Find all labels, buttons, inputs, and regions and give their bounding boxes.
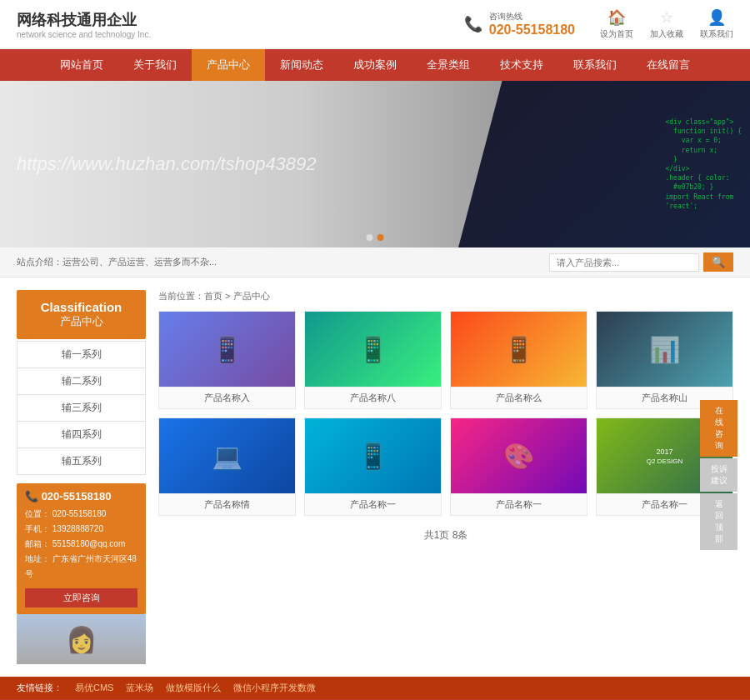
home-label: 设为首页: [600, 28, 633, 40]
star-icon: ☆: [660, 8, 673, 27]
home-icon: 🏠: [608, 8, 626, 27]
products-area: 当前位置：首页 > 产品中心 📱 产品名称入 📱 产品名称八 📱 产品名称么 📊…: [158, 290, 733, 664]
favorite-label: 加入收藏: [650, 28, 683, 40]
links-prefix: 友情链接：: [17, 682, 62, 694]
classification-title: Classification: [27, 300, 136, 314]
pagination: 共1页 8条: [158, 516, 733, 555]
list-item[interactable]: 📱 产品名称么: [450, 311, 588, 409]
contact-address: 地址： 广东省广州市天河区48号: [25, 552, 138, 582]
link-4[interactable]: 微信小程序开发数微: [233, 682, 316, 694]
hotline-number: 020-55158180: [489, 22, 575, 38]
sidebar-classification: Classification 产品中心: [17, 290, 146, 339]
list-item[interactable]: 📊 产品名称山: [596, 311, 733, 409]
contact-email: 邮箱： 55158180@qq.com: [25, 537, 138, 552]
search-bar: 🔍: [549, 252, 733, 272]
logo-main: 网络科技通用企业: [17, 10, 151, 30]
hotline-info: 咨询热线 020-55158180: [489, 11, 575, 38]
contact-action[interactable]: 👤 联系我们: [700, 8, 733, 40]
header: 网络科技通用企业 network science and technology …: [0, 0, 750, 49]
list-item[interactable]: 🎨 产品名称一: [450, 418, 588, 516]
banner-dot-1[interactable]: [367, 234, 373, 241]
contact-info: 位置： 020-55158180 手机： 13928888720 邮箱： 551…: [25, 507, 138, 582]
banner-dots: [367, 234, 384, 241]
banner: https://www.huzhan.com/tshop43892 <div c…: [0, 81, 750, 248]
product-thumb-1: 📱: [159, 312, 295, 387]
list-item[interactable]: 📱 产品名称一: [304, 418, 442, 516]
nav-item-home[interactable]: 网站首页: [45, 49, 118, 81]
product-thumb-2: 📱: [305, 312, 441, 387]
hotline: 📞 咨询热线 020-55158180: [464, 11, 575, 38]
sidebar-person-image: 👩: [17, 614, 146, 664]
nav-item-message[interactable]: 在线留言: [632, 49, 705, 81]
sidebar-menu: 辅一系列 辅二系列 辅三系列 辅四系列 辅五系列: [17, 341, 146, 475]
product-thumb-7: 🎨: [451, 418, 587, 493]
list-item[interactable]: 💻 产品名称情: [158, 418, 296, 516]
breadcrumb-text: 站点介绍：运营公司、产品运营、运营多而不杂...: [17, 256, 217, 268]
logo: 网络科技通用企业 network science and technology …: [17, 10, 151, 39]
products-breadcrumb-text: 当前位置：首页 > 产品中心: [158, 290, 270, 302]
contact-label: 联系我们: [700, 28, 733, 40]
person-icon: 👤: [708, 8, 726, 27]
banner-code: <div class="app"> function init() { var …: [657, 109, 750, 219]
link-2[interactable]: 蓝米场: [126, 682, 153, 694]
breadcrumb-bar: 站点介绍：运营公司、产品运营、运营多而不杂... 🔍: [0, 248, 750, 278]
product-thumb-4: 📊: [597, 312, 732, 387]
product-thumb-5: 💻: [159, 418, 295, 493]
main-nav: 网站首页 关于我们 产品中心 新闻动态 成功案例 全景类组 技术支持 联系我们 …: [0, 49, 750, 81]
link-1[interactable]: 易优CMS: [75, 682, 113, 694]
nav-item-news[interactable]: 新闻动态: [265, 49, 338, 81]
home-action[interactable]: 🏠 设为首页: [600, 8, 633, 40]
product-name-3: 产品名称么: [451, 387, 587, 408]
classification-subtitle: 产品中心: [27, 314, 136, 329]
float-btn-consult[interactable]: 在 线 咨 询: [700, 400, 738, 457]
nav-item-panorama[interactable]: 全景类组: [412, 49, 485, 81]
nav-item-cases[interactable]: 成功案例: [338, 49, 412, 81]
sidebar-item-1[interactable]: 辅一系列: [18, 342, 145, 368]
product-name-6: 产品名称一: [305, 493, 441, 515]
product-thumb-3: 📱: [451, 312, 587, 387]
favorite-action[interactable]: ☆ 加入收藏: [650, 8, 683, 40]
search-input[interactable]: [549, 253, 699, 272]
products-grid: 📱 产品名称入 📱 产品名称八 📱 产品名称么 📊 产品名称山 💻 产品名称情 …: [158, 311, 733, 516]
banner-url: https://www.huzhan.com/tshop43892: [17, 153, 317, 175]
links-bar: 友情链接： 易优CMS 蓝米场 做放模版什么 微信小程序开发数微: [0, 677, 750, 699]
banner-dot-2[interactable]: [378, 234, 384, 241]
product-name-5: 产品名称情: [159, 493, 295, 515]
header-actions: 🏠 设为首页 ☆ 加入收藏 👤 联系我们: [600, 8, 733, 40]
link-3[interactable]: 做放模版什么: [166, 682, 221, 694]
consult-button[interactable]: 立即咨询: [25, 588, 138, 608]
sidebar-contact: 📞 020-55158180 位置： 020-55158180 手机： 1392…: [17, 483, 146, 614]
float-btn-top[interactable]: 返 回 顶 部: [700, 493, 738, 550]
contact-phone: 📞 020-55158180: [25, 490, 138, 502]
product-name-2: 产品名称八: [305, 387, 441, 408]
nav-item-products[interactable]: 产品中心: [192, 49, 265, 81]
banner-laptop: <div class="app"> function init() { var …: [458, 81, 750, 248]
person-illustration: 👩: [66, 625, 97, 654]
nav-item-support[interactable]: 技术支持: [485, 49, 558, 81]
nav-list: 网站首页 关于我们 产品中心 新闻动态 成功案例 全景类组 技术支持 联系我们 …: [45, 49, 705, 81]
main-content: Classification 产品中心 辅一系列 辅二系列 辅三系列 辅四系列 …: [0, 278, 750, 677]
sidebar: Classification 产品中心 辅一系列 辅二系列 辅三系列 辅四系列 …: [17, 290, 146, 664]
search-button[interactable]: 🔍: [703, 252, 733, 272]
product-thumb-6: 📱: [305, 418, 441, 493]
header-right: 📞 咨询热线 020-55158180 🏠 设为首页 ☆ 加入收藏 👤 联系我们: [464, 8, 733, 40]
product-name-7: 产品名称一: [451, 493, 587, 515]
products-breadcrumb: 当前位置：首页 > 产品中心: [158, 290, 733, 302]
list-item[interactable]: 📱 产品名称八: [304, 311, 442, 409]
product-name-1: 产品名称入: [159, 387, 295, 408]
sidebar-item-3[interactable]: 辅三系列: [18, 395, 145, 422]
contact-location: 位置： 020-55158180: [25, 507, 138, 522]
nav-item-contact[interactable]: 联系我们: [558, 49, 632, 81]
contact-mobile: 手机： 13928888720: [25, 522, 138, 537]
phone-icon: 📞: [464, 15, 482, 33]
hotline-label: 咨询热线: [489, 11, 575, 22]
nav-item-about[interactable]: 关于我们: [118, 49, 192, 81]
list-item[interactable]: 📱 产品名称入: [158, 311, 296, 409]
float-btn-complaint[interactable]: 投诉建议: [700, 458, 738, 492]
sidebar-item-4[interactable]: 辅四系列: [18, 422, 145, 448]
sidebar-item-5[interactable]: 辅五系列: [18, 448, 145, 474]
phone-icon: 📞: [25, 490, 42, 502]
logo-sub: network science and technology Inc.: [17, 30, 151, 39]
float-buttons: 在 线 咨 询 投诉建议 返 回 顶 部: [700, 400, 738, 550]
sidebar-item-2[interactable]: 辅二系列: [18, 368, 145, 395]
